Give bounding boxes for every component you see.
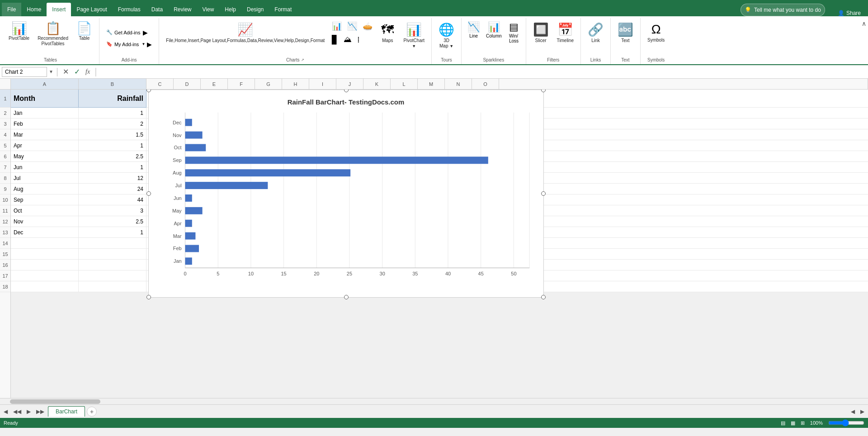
col-header-M[interactable]: M [418,79,445,89]
row-number-15[interactable]: 15 [0,249,10,260]
cell-A12[interactable]: Nov [11,216,79,227]
cell-B1[interactable]: Rainfall [79,90,146,108]
col-header-L[interactable]: L [391,79,418,89]
link-button[interactable]: 🔗 Link [585,20,607,46]
sheet-scroll-right[interactable]: ▶ [859,408,866,416]
handle-middle-right[interactable] [541,191,546,196]
row-number-10[interactable]: 10 [0,194,10,205]
col-header-D[interactable]: D [174,79,201,89]
handle-bottom-left[interactable] [146,295,151,299]
row-number-11[interactable]: 11 [0,205,10,216]
col-header-F[interactable]: F [228,79,255,89]
tab-view[interactable]: View [197,3,220,16]
row-number-12[interactable]: 12 [0,216,10,227]
text-button[interactable]: 🔤 Text [614,20,637,46]
share-button[interactable]: 👤 Share [832,10,866,16]
cell-B16[interactable] [79,260,146,270]
cell-B12[interactable]: 2.5 [79,216,146,227]
zoom-slider[interactable] [828,419,864,427]
tab-format[interactable]: Format [269,3,297,16]
cell-A2[interactable]: Jan [11,108,79,118]
tab-page-layout[interactable]: Page Layout [71,3,112,16]
col-header-C[interactable]: C [146,79,174,89]
cell-B9[interactable]: 24 [79,184,146,194]
name-box-dropdown-icon[interactable]: ▼ [49,69,53,74]
cell-B11[interactable]: 3 [79,205,146,216]
row-number-17[interactable]: 17 [0,270,10,281]
row-number-2[interactable]: 2 [0,108,10,118]
cell-B8[interactable]: 12 [79,173,146,184]
column-chart-button[interactable]: 📊 [330,20,344,33]
recommended-charts-button[interactable]: 📈 File,Home,Insert,Page Layout,Formulas,… [163,20,328,46]
pivot-chart-button[interactable]: 📊 PivotChart▼ [400,20,428,51]
insert-function-icon[interactable]: fx [84,67,92,76]
row-number-8[interactable]: 8 [0,173,10,184]
sheet-nav-last[interactable]: ▶▶ [34,408,46,416]
col-header-A[interactable]: A [11,79,79,89]
sheet-scroll-left[interactable]: ◀ [849,408,857,416]
cancel-formula-icon[interactable]: ✕ [61,66,71,77]
cell-A18[interactable] [11,281,79,292]
tab-data[interactable]: Data [146,3,168,16]
row-number-4[interactable]: 4 [0,129,10,140]
sparkline-winloss-button[interactable]: ▤ Win/Loss [506,20,522,45]
cell-B7[interactable]: 1 [79,162,146,173]
col-header-O[interactable]: O [472,79,499,89]
chart-overlay[interactable]: RainFall BarChart- TestingDocs.com [148,90,544,298]
col-header-J[interactable]: J [336,79,363,89]
formula-input[interactable] [99,68,866,76]
cell-B6[interactable]: 2.5 [79,151,146,162]
col-header-I[interactable]: I [309,79,336,89]
symbols-button[interactable]: Ω Symbols [644,20,668,45]
view-layout-icon[interactable]: ▦ [791,420,795,426]
row-number-9[interactable]: 9 [0,184,10,194]
cell-A5[interactable]: Apr [11,140,79,151]
scatter-chart-button[interactable]: ⁞ [355,33,362,46]
col-header-K[interactable]: K [363,79,391,89]
slicer-button[interactable]: 🔲 Slicer [530,20,552,46]
cell-B5[interactable]: 1 [79,140,146,151]
bar-chart-button[interactable]: ▊ [330,33,340,46]
row-number-13[interactable]: 13 [0,227,10,238]
handle-bottom-center[interactable] [344,295,349,299]
sparkline-column-button[interactable]: 📊 Column [484,20,504,40]
add-sheet-button[interactable]: + [87,407,97,417]
cell-A9[interactable]: Aug [11,184,79,194]
get-addins-button[interactable]: 🔧 Get Add-ins ▶ [103,27,155,38]
row-number-6[interactable]: 6 [0,151,10,162]
cell-A17[interactable] [11,270,79,281]
cell-B18[interactable] [79,281,146,292]
row-number-1[interactable]: 1 [0,90,10,108]
tab-file[interactable]: File [2,3,21,16]
sparkline-line-button[interactable]: 📉 Line [465,20,482,40]
sheet-nav-prev[interactable]: ◀ [2,408,9,416]
cell-B15[interactable] [79,249,146,260]
handle-middle-left[interactable] [146,191,151,196]
pivot-table-button[interactable]: 📊 PivotTable [5,20,33,43]
cell-B13[interactable]: 1 [79,227,146,238]
col-header-H[interactable]: H [282,79,309,89]
sheet-nav-first[interactable]: ◀◀ [11,408,23,416]
cell-A8[interactable]: Jul [11,173,79,184]
tab-design[interactable]: Design [241,3,269,16]
row-number-7[interactable]: 7 [0,162,10,173]
tab-help[interactable]: Help [219,3,241,16]
cell-B2[interactable]: 1 [79,108,146,118]
tab-insert[interactable]: Insert [47,3,71,16]
table-button[interactable]: 📄 Table [73,20,95,43]
view-normal-icon[interactable]: ▤ [781,420,785,426]
area-chart-button[interactable]: ⛰ [341,33,354,46]
cell-A6[interactable]: May [11,151,79,162]
cell-B14[interactable] [79,238,146,249]
col-header-B[interactable]: B [79,79,146,89]
pie-chart-button[interactable]: 🥧 [360,20,375,33]
col-header-E[interactable]: E [201,79,228,89]
tell-me-input[interactable]: 💡 Tell me what you want to do [741,4,825,16]
row-number-14[interactable]: 14 [0,238,10,249]
cell-B17[interactable] [79,270,146,281]
row-number-16[interactable]: 16 [0,260,10,270]
tab-formulas[interactable]: Formulas [113,3,146,16]
view-pagebreak-icon[interactable]: ⊞ [801,420,805,426]
my-addins-button[interactable]: 🔖 My Add-ins ▼ ▶ [103,39,155,50]
timeline-button[interactable]: 📅 Timeline [554,20,577,46]
